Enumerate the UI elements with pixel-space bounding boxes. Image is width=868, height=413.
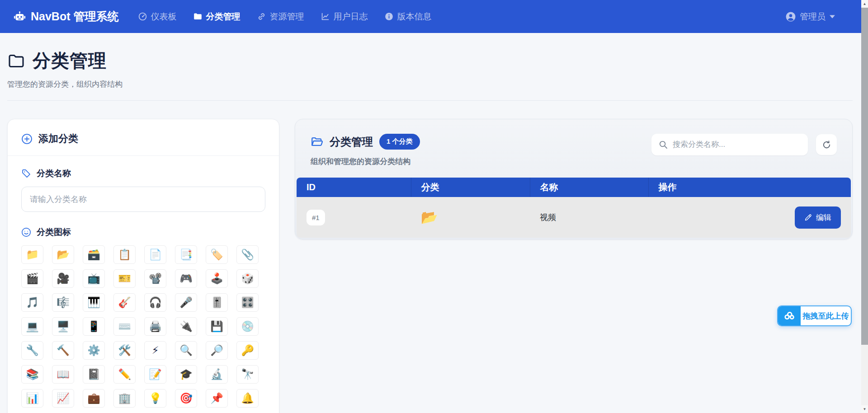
category-icon-option[interactable]: 📺 [83,269,105,288]
refresh-button[interactable] [816,134,837,155]
category-icon-option[interactable]: 📽️ [144,269,166,288]
category-icon-option[interactable]: 📈 [52,389,74,408]
category-name-label: 分类名称 [21,168,265,179]
category-icon-option[interactable]: 🔨 [52,341,74,360]
category-icon-option[interactable]: ⚙️ [83,341,105,360]
category-count-badge: 1 个分类 [379,134,420,150]
category-icon-option[interactable]: 💾 [206,317,228,336]
add-card-body: 分类名称 分类图标 📁📂🗃️📋📄📑🏷️📎🎬🎥📺🎫📽️🎮🕹️🎲🎵🎼🎹🎸🎧🎤� [8,156,279,413]
category-icon-option[interactable]: 🔌 [175,317,197,336]
nav-item-dashboard[interactable]: 仪表板 [138,11,176,23]
category-icon-option[interactable]: 💡 [144,389,166,408]
smiley-icon [21,227,31,237]
category-icon-option[interactable]: 📁 [21,245,43,264]
page-title: 分类管理 [7,48,853,73]
category-icon-option[interactable]: 🖥️ [52,317,74,336]
category-icon-option[interactable]: 🎓 [175,365,197,384]
category-icon-option[interactable]: 💿 [236,317,259,336]
nav-item-version[interactable]: 版本信息 [385,11,431,23]
column-header: 分类 [411,178,530,197]
category-icon-option[interactable]: 🎬 [21,269,43,288]
category-icon-option[interactable]: 🎛️ [236,293,259,312]
search-input[interactable] [673,140,801,149]
category-icon-option[interactable]: 📓 [83,365,105,384]
user-menu[interactable]: 管理员 [786,11,835,23]
column-header: 操作 [648,178,851,197]
chart-icon [321,12,330,21]
category-icon-option[interactable]: ⚡ [144,341,166,360]
category-icon-option[interactable]: 🛠️ [113,341,136,360]
category-icon-option[interactable]: 📖 [52,365,74,384]
category-icon-option[interactable]: 📝 [144,365,166,384]
table-row: #1 📂 视频 编辑 [297,197,851,238]
category-icon-option[interactable]: 🗃️ [83,245,105,264]
scroll-down-arrow[interactable]: ▼ [861,405,868,413]
category-icon-option[interactable]: 🔍 [175,341,197,360]
column-header: 名称 [530,178,648,197]
scroll-up-arrow[interactable]: ▲ [861,0,868,8]
upload-label: 拖拽至此上传 [801,311,851,321]
nav-item-logs[interactable]: 用户日志 [321,11,368,23]
drag-upload-widget[interactable]: 拖拽至此上传 [777,305,852,326]
category-icon-option[interactable]: 🏷️ [206,245,228,264]
category-icon-option[interactable]: 🎮 [175,269,197,288]
category-icon-option[interactable]: 🏢 [113,389,136,408]
category-icon-option[interactable]: 🎫 [113,269,136,288]
category-icon-option[interactable]: 🎸 [113,293,136,312]
robot-logo-icon [14,10,26,23]
category-icon-option[interactable]: 🎯 [175,389,197,408]
scrollbar-thumb[interactable] [861,8,868,345]
category-icon-option[interactable]: 🔧 [21,341,43,360]
nav-item-categories[interactable]: 分类管理 [193,11,240,23]
category-icon-option[interactable]: 🎹 [83,293,105,312]
category-icon-option[interactable]: 🔎 [206,341,228,360]
category-icon-option[interactable]: 📌 [206,389,228,408]
category-icon-option[interactable]: 🎤 [175,293,197,312]
category-icon-option[interactable]: 💼 [83,389,105,408]
column-header: ID [297,178,411,197]
category-icon-option[interactable]: 🎵 [21,293,43,312]
category-icon-option[interactable]: 📂 [52,245,74,264]
brand-title: NavBot 管理系统 [31,9,118,24]
info-icon [385,12,393,21]
category-icon-option[interactable]: 💻 [21,317,43,336]
plus-circle-icon [21,133,33,145]
category-icon-option[interactable]: 🔔 [236,389,259,408]
folder-icon [193,12,202,21]
category-icon-option[interactable]: 🎧 [144,293,166,312]
category-icon-option[interactable]: 🔑 [236,341,259,360]
main-content: 添加分类 分类名称 [7,119,853,413]
category-icon-option[interactable]: 📊 [21,389,43,408]
category-icon-option[interactable]: 📱 [83,317,105,336]
category-icon-option[interactable]: 🖨️ [144,317,166,336]
category-icon-option[interactable]: 🕹️ [206,269,228,288]
category-icon-option[interactable]: 📚 [21,365,43,384]
category-icon-option[interactable]: 🔭 [236,365,259,384]
caret-down-icon [830,15,835,19]
category-icon-option[interactable]: 📑 [175,245,197,264]
refresh-icon [822,140,831,150]
list-card-header: 分类管理 1 个分类 组织和管理您的资源分类结构 [295,119,852,178]
category-icon-option[interactable]: 🎥 [52,269,74,288]
category-icon-option[interactable]: ✏️ [113,365,136,384]
category-name-input[interactable] [21,187,265,212]
row-category-name: 视频 [540,213,556,222]
icon-grid: 📁📂🗃️📋📄📑🏷️📎🎬🎥📺🎫📽️🎮🕹️🎲🎵🎼🎹🎸🎧🎤🎚️🎛️💻🖥️📱⌨️🖨️🔌💾… [21,245,265,408]
category-list-card: 分类管理 1 个分类 组织和管理您的资源分类结构 [295,119,853,239]
page-header: 分类管理 管理您的资源分类，组织内容结构 [0,33,868,101]
category-icon-option[interactable]: 🔬 [206,365,228,384]
category-icon-option[interactable]: 📋 [113,245,136,264]
nav-item-resources[interactable]: 资源管理 [257,11,304,23]
edit-button[interactable]: 编辑 [795,206,841,229]
pencil-icon [804,214,812,221]
category-icon-option[interactable]: 🎲 [236,269,259,288]
list-header-tools [651,134,837,155]
category-icon-option[interactable]: ⌨️ [113,317,136,336]
search-icon [659,140,668,149]
header-divider [7,100,853,101]
category-icon-option[interactable]: 🎼 [52,293,74,312]
category-icon-option[interactable]: 📎 [236,245,259,264]
category-icon-option[interactable]: 📄 [144,245,166,264]
category-icon-option[interactable]: 🎚️ [206,293,228,312]
brand[interactable]: NavBot 管理系统 [14,9,118,24]
